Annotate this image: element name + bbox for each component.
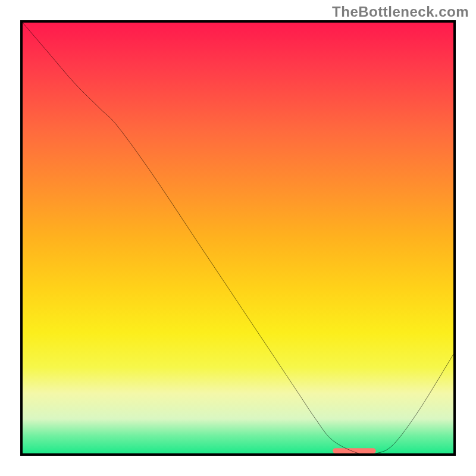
highlight-bar <box>333 448 375 453</box>
watermark-text: TheBottleneck.com <box>332 4 469 20</box>
plot-area <box>20 20 456 456</box>
chart-container: TheBottleneck.com <box>0 0 476 476</box>
bottleneck-curve <box>23 23 453 453</box>
chart-svg <box>23 23 453 453</box>
